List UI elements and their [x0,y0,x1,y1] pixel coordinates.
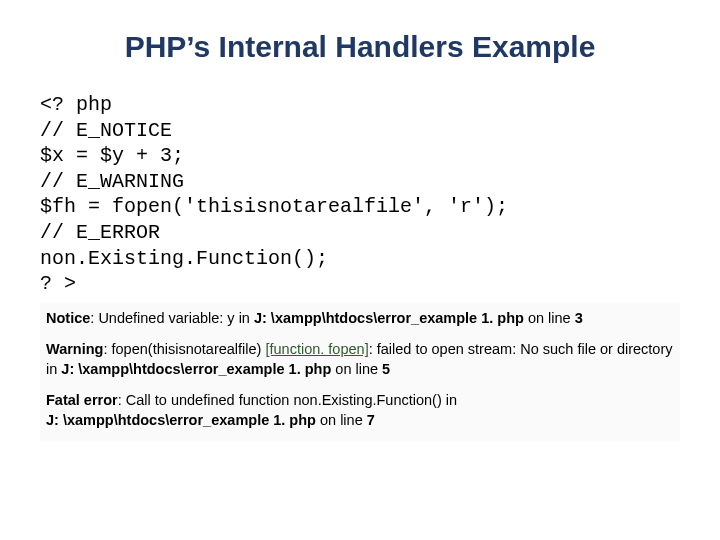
notice-line: 3 [575,310,583,326]
notice-text: : Undefined variable: y in [90,310,254,326]
warning-link: [function. fopen] [265,341,368,357]
fatal-label: Fatal error [46,392,118,408]
code-line: non.Existing.Function(); [40,247,328,270]
code-line: <? php [40,93,112,116]
fatal-path: J: \xampp\htdocs\error_example 1. php [46,412,320,428]
code-line: ? > [40,272,76,295]
fatal-line: 7 [367,412,375,428]
notice-path: J: \xampp\htdocs\error_example 1. php [254,310,528,326]
warning-pre: : fopen(thisisnotarealfile) [103,341,265,357]
output-notice: Notice: Undefined variable: y in J: \xam… [46,309,674,329]
output-block: Notice: Undefined variable: y in J: \xam… [40,303,680,441]
warning-line: 5 [382,361,390,377]
output-fatal: Fatal error: Call to undefined function … [46,391,674,430]
warning-path: J: \xampp\htdocs\error_example 1. php [61,361,335,377]
slide-title: PHP’s Internal Handlers Example [40,30,680,64]
output-warning: Warning: fopen(thisisnotarealfile) [func… [46,340,674,379]
warning-label: Warning [46,341,103,357]
code-line: $x = $y + 3; [40,144,184,167]
fatal-online: on line [320,412,367,428]
notice-label: Notice [46,310,90,326]
code-block: <? php // E_NOTICE $x = $y + 3; // E_WAR… [40,92,680,297]
notice-online: on line [528,310,575,326]
code-line: // E_WARNING [40,170,184,193]
fatal-mid: : Call to undefined function non.Existin… [118,392,457,408]
warning-online: on line [335,361,382,377]
code-line: $fh = fopen('thisisnotarealfile', 'r'); [40,195,508,218]
code-line: // E_NOTICE [40,119,172,142]
slide: PHP’s Internal Handlers Example <? php /… [0,0,720,540]
code-line: // E_ERROR [40,221,160,244]
